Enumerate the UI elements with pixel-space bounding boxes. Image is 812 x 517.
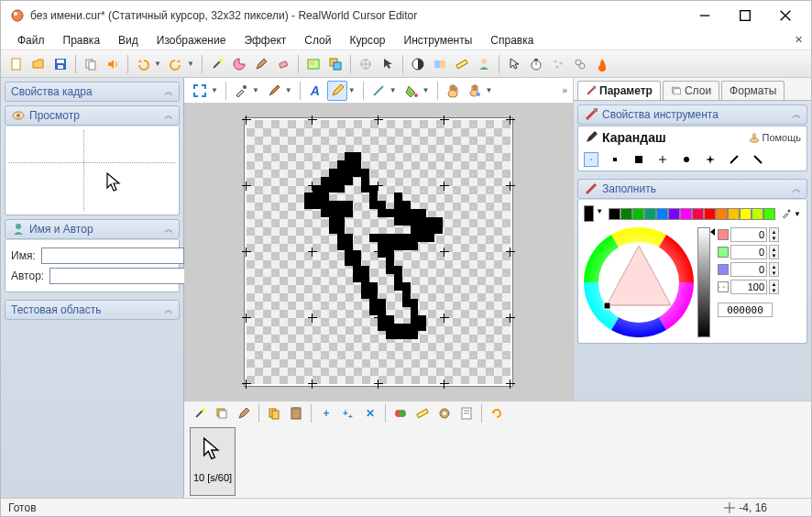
- swatch[interactable]: [656, 208, 668, 220]
- swatch[interactable]: [763, 208, 775, 220]
- ft-brush[interactable]: [234, 403, 254, 424]
- text-icon[interactable]: A: [305, 81, 325, 101]
- sparkle-button[interactable]: [548, 54, 568, 74]
- menu-cursor[interactable]: Курсор: [341, 32, 395, 49]
- ft-copy[interactable]: [264, 403, 284, 424]
- timer-button[interactable]: [526, 54, 546, 74]
- brush-button[interactable]: [251, 54, 271, 74]
- close-tab-icon[interactable]: ✕: [791, 32, 806, 47]
- menu-tools[interactable]: Инструменты: [395, 32, 482, 49]
- ft-wand[interactable]: [190, 403, 210, 424]
- link-button[interactable]: [570, 54, 590, 74]
- ft-layers[interactable]: [212, 403, 232, 424]
- panel-tool-props-header[interactable]: Свойства инструмента ︽: [577, 104, 807, 125]
- size-5[interactable]: [679, 152, 694, 167]
- size-8[interactable]: [751, 152, 765, 167]
- size-7[interactable]: [727, 152, 741, 167]
- pointer-button[interactable]: [504, 54, 524, 74]
- red-spinner[interactable]: ▲▼: [769, 227, 779, 242]
- green-spinner[interactable]: ▲▼: [769, 245, 779, 259]
- ft-mask[interactable]: [390, 403, 411, 424]
- new-button[interactable]: [6, 54, 27, 74]
- brush-icon[interactable]: [264, 81, 284, 101]
- ruler-button[interactable]: [452, 54, 472, 74]
- alpha-input[interactable]: [730, 280, 767, 294]
- size-6[interactable]: [703, 152, 718, 167]
- size-3[interactable]: [631, 152, 646, 167]
- open-button[interactable]: [28, 54, 49, 74]
- name-input[interactable]: [41, 248, 184, 264]
- tab-formats[interactable]: Форматы: [721, 81, 785, 100]
- minimize-button[interactable]: [685, 2, 725, 29]
- swatch[interactable]: [644, 208, 656, 220]
- line-icon[interactable]: [368, 81, 389, 101]
- menu-image[interactable]: Изображение: [148, 32, 236, 49]
- dropper-icon[interactable]: [781, 208, 792, 219]
- canvas-viewport[interactable]: [184, 104, 573, 401]
- menu-layer[interactable]: Слой: [295, 32, 340, 49]
- fullscreen-icon[interactable]: [190, 81, 210, 101]
- ft-ruler[interactable]: [412, 403, 433, 424]
- value-slider[interactable]: [697, 227, 710, 337]
- canvas[interactable]: [247, 120, 510, 384]
- hand-icon[interactable]: [443, 81, 463, 101]
- size-1[interactable]: [584, 152, 598, 167]
- alpha-spinner[interactable]: ▲▼: [769, 280, 779, 294]
- copy-button[interactable]: [81, 54, 101, 74]
- color-wheel[interactable]: [584, 227, 694, 337]
- fire-button[interactable]: [592, 54, 612, 74]
- tab-layers[interactable]: Слои: [663, 81, 719, 100]
- save-button[interactable]: [50, 54, 71, 74]
- layers-button[interactable]: [325, 54, 346, 74]
- smudge-icon[interactable]: [465, 81, 485, 101]
- pencil-icon[interactable]: [327, 81, 347, 101]
- eraser-button[interactable]: [273, 54, 293, 74]
- current-color-swatch[interactable]: [584, 205, 594, 222]
- swatch[interactable]: [716, 208, 728, 220]
- user-button[interactable]: [474, 54, 494, 74]
- fill-icon[interactable]: [401, 81, 422, 101]
- panel-frame-props-header[interactable]: Свойства кадра ︽: [5, 82, 180, 102]
- blue-spinner[interactable]: ▲▼: [769, 262, 779, 277]
- panel-name-author-header[interactable]: Имя и Автор ︽: [5, 219, 180, 239]
- hex-input[interactable]: [718, 302, 773, 317]
- swatch[interactable]: [609, 208, 620, 220]
- ft-script[interactable]: [456, 403, 477, 424]
- ft-paste[interactable]: [286, 403, 306, 424]
- frame-1[interactable]: 10 [s/60]: [190, 427, 236, 496]
- swatch[interactable]: [692, 208, 704, 220]
- dropper-icon[interactable]: [231, 81, 251, 101]
- swatch[interactable]: [752, 208, 763, 220]
- swatch[interactable]: [704, 208, 716, 220]
- size-2[interactable]: [608, 152, 622, 167]
- wand-button[interactable]: [207, 54, 227, 74]
- tab-parameters[interactable]: Параметр: [577, 81, 661, 100]
- ft-gear[interactable]: [434, 403, 455, 424]
- palette-button[interactable]: [229, 54, 249, 74]
- contrast-button[interactable]: [408, 54, 428, 74]
- swatch[interactable]: [620, 208, 632, 220]
- canvas-button[interactable]: [303, 54, 324, 74]
- ft-delete[interactable]: ✕: [360, 403, 380, 424]
- redo-dropdown[interactable]: ▼: [187, 60, 194, 68]
- close-button[interactable]: [765, 2, 806, 29]
- convert-button[interactable]: [430, 54, 450, 74]
- maximize-button[interactable]: [725, 2, 765, 29]
- more-tools-icon[interactable]: »: [562, 85, 567, 95]
- help-link[interactable]: Помощь: [749, 132, 802, 143]
- menu-file[interactable]: Файл: [8, 32, 54, 49]
- menu-view[interactable]: Вид: [109, 32, 148, 49]
- menu-help[interactable]: Справка: [481, 32, 543, 49]
- panel-test-area-header[interactable]: Тестовая область ︽: [5, 300, 180, 320]
- swatch[interactable]: [680, 208, 692, 220]
- green-input[interactable]: [730, 245, 767, 259]
- swatch[interactable]: [740, 208, 752, 220]
- panel-fill-header[interactable]: Заполнить ︽: [577, 179, 807, 199]
- sound-button[interactable]: [103, 54, 123, 74]
- hotspot-button[interactable]: [356, 54, 376, 74]
- red-input[interactable]: [730, 227, 767, 242]
- menu-effect[interactable]: Эффект: [235, 32, 295, 49]
- author-input[interactable]: [49, 268, 192, 284]
- swatch[interactable]: [728, 208, 740, 220]
- undo-dropdown[interactable]: ▼: [154, 60, 161, 68]
